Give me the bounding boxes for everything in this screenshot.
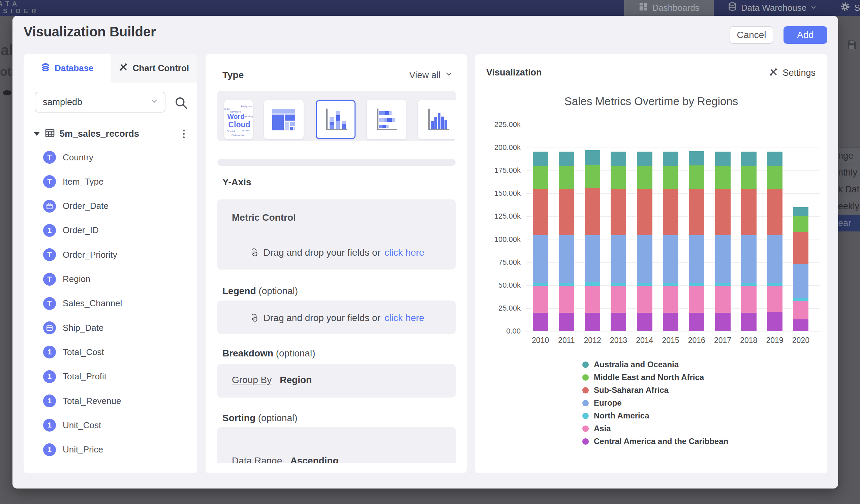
field-item-total_cost[interactable]: 1Total_Cost <box>43 340 188 364</box>
field-item-item_type[interactable]: TItem_Type <box>43 170 188 194</box>
y-axis-tick-label: 150.00k <box>484 189 521 198</box>
field-item-order_priority[interactable]: TOrder_Priority <box>43 243 188 267</box>
chart-type-card-treemap[interactable] <box>264 100 304 139</box>
field-item-sales_channel[interactable]: TSales_Channel <box>43 291 188 316</box>
bar-segment <box>741 166 757 189</box>
bar-segment <box>663 152 678 166</box>
background-menu-item[interactable]: k Date <box>837 181 860 198</box>
number-field-icon: 1 <box>43 443 56 456</box>
view-all-label: View all <box>409 70 441 81</box>
field-label: Order_Priority <box>63 250 117 260</box>
legend-label: Legend <box>223 286 256 296</box>
legend-color-dot <box>582 413 589 419</box>
bar-segment <box>689 286 704 313</box>
search-icon[interactable] <box>174 95 188 110</box>
bar-segment <box>663 166 678 189</box>
table-tree-header[interactable]: 5m_sales_records <box>34 126 189 141</box>
carousel-scrollbar[interactable] <box>217 159 456 166</box>
field-item-country[interactable]: TCountry <box>43 145 188 170</box>
legend-item[interactable]: Central America and the Caribbean <box>582 435 728 448</box>
kebab-menu-icon[interactable] <box>178 128 189 140</box>
sorting-direction-value[interactable]: Ascending <box>290 456 338 463</box>
legend-dropzone[interactable]: Drag and drop your fields or click here <box>217 301 456 334</box>
group-by-label[interactable]: Group By <box>232 375 272 385</box>
chart-type-card-word-cloud[interactable]: iness Analytics keyword mining Word Clou… <box>224 100 253 139</box>
treemap-thumbnail <box>271 107 297 132</box>
bar-segment <box>767 152 783 166</box>
optional-suffix: (optional) <box>258 413 298 423</box>
crossed-tools-icon <box>768 67 778 79</box>
chart-settings-button[interactable]: Settings <box>768 67 816 79</box>
legend-item[interactable]: Middle East and North Africa <box>582 371 728 384</box>
table-name: 5m_sales_records <box>60 129 139 139</box>
field-item-order_date[interactable]: Order_Date <box>43 194 188 218</box>
bar-segment <box>585 282 600 286</box>
text-field-icon: T <box>43 151 56 164</box>
nav-data-warehouse-label: Data Warehouse <box>741 3 806 13</box>
y-axis-tick-label: 125.00k <box>484 212 521 221</box>
legend-item[interactable]: Australia and Oceania <box>582 358 728 371</box>
breakdown-dropzone[interactable]: Group By Region <box>217 364 456 398</box>
bar-segment <box>559 189 574 235</box>
chart-type-card-stacked-column[interactable] <box>316 100 356 139</box>
legend-item[interactable]: North America <box>582 409 728 422</box>
bar-segment <box>585 235 600 282</box>
background-menu-item[interactable]: nge <box>837 147 860 164</box>
save-icon[interactable] <box>846 39 857 52</box>
type-section-heading: Type <box>223 70 244 81</box>
bar-segment <box>767 235 783 282</box>
sorting-dropzone[interactable]: Data Range Ascending <box>217 427 456 463</box>
bar-segment <box>559 313 574 331</box>
legend-item-label: Sub-Saharan Africa <box>594 385 669 395</box>
bar-segment <box>585 165 600 188</box>
chart-type-card-column[interactable] <box>418 100 456 139</box>
background-menu-item[interactable]: nthly <box>837 164 860 181</box>
visualization-heading: Visualization <box>486 67 542 78</box>
view-all-control[interactable]: View all <box>409 70 453 81</box>
background-bullet-dot <box>3 90 12 95</box>
group-by-row[interactable]: Group By Region <box>232 375 312 385</box>
nav-dashboards[interactable]: Dashboards <box>624 0 714 16</box>
chevron-down-icon <box>444 70 453 81</box>
background-menu-item[interactable]: ear <box>837 215 860 231</box>
metric-control-dropzone[interactable]: Metric Control Drag and drop your fields… <box>217 199 456 270</box>
field-item-ship_date[interactable]: Ship_Date <box>43 316 188 340</box>
field-label: Country <box>63 152 94 163</box>
field-item-order_id[interactable]: 1Order_ID <box>43 218 188 243</box>
bar-segment <box>793 207 808 216</box>
bar-segment <box>585 188 600 235</box>
x-axis-tick-label: 2020 <box>788 336 814 345</box>
click-here-link[interactable]: click here <box>385 247 424 258</box>
add-button[interactable]: Add <box>784 26 827 44</box>
field-item-unit_price[interactable]: 1Unit_Price <box>43 438 188 462</box>
drag-drop-text: Drag and drop your fields or <box>263 313 381 323</box>
tab-database[interactable]: Database <box>24 54 111 83</box>
sorting-row[interactable]: Data Range Ascending <box>232 456 339 463</box>
group-by-value[interactable]: Region <box>280 375 312 385</box>
bar-segment <box>559 152 574 166</box>
field-item-region[interactable]: TRegion <box>43 267 188 291</box>
legend-item[interactable]: Sub-Saharan Africa <box>582 384 728 397</box>
sorting-field-label[interactable]: Data Range <box>232 456 282 463</box>
cancel-button[interactable]: Cancel <box>730 26 773 44</box>
legend-item[interactable]: Asia <box>582 422 728 435</box>
nav-settings[interactable]: Settings <box>840 0 860 16</box>
background-menu-item[interactable]: eekly <box>837 198 860 215</box>
tap-hand-icon <box>249 246 259 259</box>
y-axis-tick-label: 0.00 <box>484 327 521 335</box>
date-field-icon <box>43 321 56 334</box>
caret-down-icon[interactable] <box>34 132 40 136</box>
legend-item[interactable]: Europe <box>582 397 728 409</box>
field-item-total_profit[interactable]: 1Total_Profit <box>43 364 188 389</box>
field-item-unit_cost[interactable]: 1Unit_Cost <box>43 413 188 437</box>
bar-segment <box>663 283 678 286</box>
tab-chart-control[interactable]: Chart Control <box>111 54 198 83</box>
sorting-label: Sorting <box>223 413 255 423</box>
nav-data-warehouse[interactable]: Data Warehouse <box>727 0 817 16</box>
chart-type-card-stacked-bar[interactable] <box>367 100 406 139</box>
field-item-total_revenue[interactable]: 1Total_Revenue <box>43 389 188 413</box>
builder-panel: Type View all iness Analytics keyword <box>205 54 467 473</box>
click-here-link[interactable]: click here <box>385 313 424 323</box>
datasource-select[interactable]: sampledb <box>35 92 166 113</box>
y-axis-tick-label: 25.00k <box>484 304 521 313</box>
